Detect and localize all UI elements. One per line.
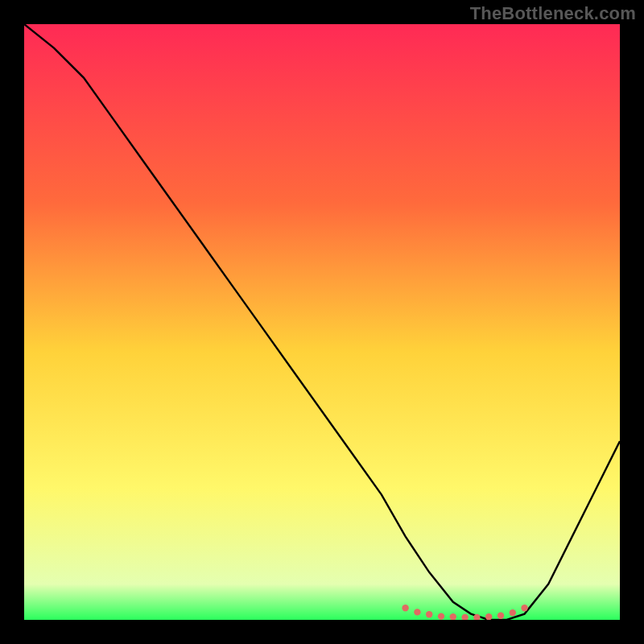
- chart-stage: TheBottleneck.com: [0, 0, 644, 644]
- plot-area: [24, 24, 620, 620]
- valley-dot: [414, 609, 420, 615]
- valley-dot: [438, 613, 444, 619]
- valley-dot: [426, 611, 432, 617]
- watermark-text: TheBottleneck.com: [470, 3, 636, 24]
- valley-dot: [510, 609, 516, 616]
- valley-dot: [497, 613, 504, 619]
- gradient-background: [24, 24, 620, 620]
- valley-dot: [521, 605, 527, 611]
- valley-dot: [402, 605, 408, 611]
- chart-svg: [24, 24, 620, 620]
